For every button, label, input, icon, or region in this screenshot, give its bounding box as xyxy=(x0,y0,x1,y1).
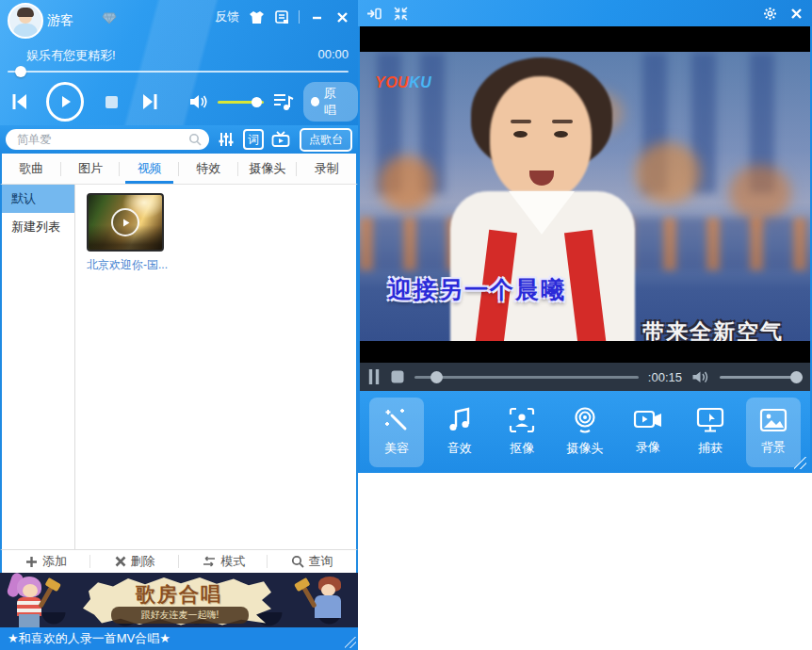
media-item[interactable]: 北京欢迎你-国... xyxy=(87,193,168,273)
status-bar: ★和喜欢的人录一首MV合唱★ xyxy=(0,627,358,650)
tool-chroma-key[interactable]: 抠像 xyxy=(495,398,549,467)
library-tabs: 歌曲 图片 视频 特效 摄像头 录制 xyxy=(0,154,358,185)
avatar[interactable] xyxy=(8,3,43,39)
query-button[interactable]: 查询 xyxy=(268,550,356,573)
add-button[interactable]: 添加 xyxy=(2,550,90,573)
video-time: :00:15 xyxy=(648,370,682,384)
mv-tv-icon[interactable] xyxy=(270,129,291,150)
dock-window-icon[interactable] xyxy=(365,5,382,22)
tasklist-icon[interactable] xyxy=(273,8,290,25)
video-resize-grip[interactable] xyxy=(794,457,806,469)
player-header: 游客 反馈 娱乐有您更精彩! 00: xyxy=(0,0,358,125)
music-note-icon xyxy=(447,407,472,433)
main-window: 游客 反馈 娱乐有您更精彩! 00: xyxy=(0,0,358,650)
previous-button[interactable] xyxy=(0,91,39,112)
skin-theme-icon[interactable] xyxy=(248,8,265,25)
play-button[interactable] xyxy=(46,82,84,122)
playlist-sidebar: 默认 新建列表 xyxy=(2,185,75,549)
ad-title: 歌房合唱 xyxy=(104,581,254,608)
video-seek-handle[interactable] xyxy=(430,371,443,383)
minimize-button[interactable] xyxy=(308,8,325,25)
ad-character-left xyxy=(2,573,58,627)
transport-controls: 原唱 xyxy=(0,81,358,122)
webcam-icon xyxy=(571,407,599,433)
tool-background[interactable]: 背景 xyxy=(746,398,801,467)
playlist-icon[interactable] xyxy=(264,91,302,112)
tab-record[interactable]: 录制 xyxy=(297,154,356,184)
song-progress-slider[interactable] xyxy=(8,68,349,75)
youku-logo: YOUKU xyxy=(375,74,431,91)
person-matte-icon xyxy=(509,407,535,433)
vip-diamond-icon xyxy=(102,12,117,24)
close-button[interactable] xyxy=(333,8,350,25)
toggle-dot xyxy=(311,97,319,106)
tab-effects[interactable]: 特效 xyxy=(179,154,238,184)
ad-character-right xyxy=(301,575,358,627)
tab-songs[interactable]: 歌曲 xyxy=(2,154,61,184)
song-station-button[interactable]: 点歌台 xyxy=(300,128,352,152)
footer-actions: 添加 删除 模式 查询 xyxy=(0,549,358,573)
search-box xyxy=(6,129,209,150)
video-control-bar: :00:15 xyxy=(360,363,810,391)
ad-banner[interactable]: 歌房合唱 跟好友连麦一起嗨! xyxy=(0,573,358,627)
video-thumbnail[interactable] xyxy=(87,193,164,252)
mixer-icon[interactable] xyxy=(216,129,236,150)
background-image-icon xyxy=(759,408,788,432)
search-icon[interactable] xyxy=(188,133,202,146)
username-label: 游客 xyxy=(47,12,73,29)
feedback-link[interactable]: 反馈 xyxy=(215,8,239,25)
effects-toolbar: 美容 音效 抠像 摄像头 xyxy=(360,391,810,473)
playlist-item-default[interactable]: 默认 xyxy=(2,185,74,213)
search-input[interactable] xyxy=(17,129,187,150)
karaoke-lyric-line2: 带来全新空气 xyxy=(642,317,784,341)
tab-videos[interactable]: 视频 xyxy=(120,154,179,184)
video-volume-handle[interactable] xyxy=(790,371,803,383)
status-text: ★和喜欢的人录一首MV合唱★ xyxy=(8,630,171,647)
tool-sound-effects[interactable]: 音效 xyxy=(432,398,487,467)
video-frame: YOUKU 迎接另一个晨曦 带来全新空气 xyxy=(360,52,810,341)
search-row: 词 点歌台 xyxy=(0,125,358,154)
tab-pictures[interactable]: 图片 xyxy=(61,154,121,184)
video-volume-icon[interactable] xyxy=(691,369,710,385)
pause-button[interactable] xyxy=(367,368,381,385)
tool-capture[interactable]: 捕获 xyxy=(683,398,738,467)
video-viewport[interactable]: YOUKU 迎接另一个晨曦 带来全新空气 xyxy=(360,26,810,363)
stop-video-button[interactable] xyxy=(390,369,405,384)
video-volume-slider[interactable] xyxy=(720,371,803,382)
media-grid: 北京欢迎你-国... xyxy=(76,185,356,549)
magic-wand-icon xyxy=(383,407,410,433)
play-overlay-icon xyxy=(111,208,139,236)
tool-webcam[interactable]: 摄像头 xyxy=(558,398,612,467)
original-vocal-toggle[interactable]: 原唱 xyxy=(303,82,359,122)
playlist-item-new[interactable]: 新建列表 xyxy=(2,213,74,241)
elapsed-time: 00:00 xyxy=(317,47,349,61)
lyrics-button[interactable]: 词 xyxy=(243,129,264,150)
close-video-button[interactable] xyxy=(788,5,804,22)
volume-slider[interactable] xyxy=(218,101,264,104)
screen-capture-icon xyxy=(696,407,724,433)
next-button[interactable] xyxy=(132,91,168,112)
video-camera-icon xyxy=(633,408,663,432)
tool-record-video[interactable]: 录像 xyxy=(621,398,675,467)
mode-button[interactable]: 模式 xyxy=(179,550,268,573)
volume-handle[interactable] xyxy=(252,97,262,107)
ad-subtitle: 跟好友连麦一起嗨! xyxy=(111,607,249,624)
video-seek-slider[interactable] xyxy=(414,371,639,382)
progress-handle[interactable] xyxy=(15,66,26,77)
settings-gear-icon[interactable] xyxy=(761,5,778,22)
tool-beauty[interactable]: 美容 xyxy=(369,398,424,467)
library-content: 默认 新建列表 北京欢迎你-国... xyxy=(0,185,358,549)
resize-grip[interactable] xyxy=(345,637,356,648)
tab-camera[interactable]: 摄像头 xyxy=(238,154,298,184)
video-titlebar xyxy=(358,0,812,26)
slogan-text: 娱乐有您更精彩! xyxy=(26,47,116,64)
stop-button[interactable] xyxy=(91,95,132,109)
media-item-title: 北京欢迎你-国... xyxy=(87,257,168,273)
delete-button[interactable]: 删除 xyxy=(90,550,179,573)
video-window: YOUKU 迎接另一个晨曦 带来全新空气 :00:15 xyxy=(358,0,812,473)
karaoke-lyric-line1: 迎接另一个晨曦 xyxy=(388,274,566,305)
app-root: 游客 反馈 娱乐有您更精彩! 00: xyxy=(0,0,812,650)
volume-icon[interactable] xyxy=(179,92,218,111)
shrink-icon[interactable] xyxy=(392,5,409,22)
original-vocal-label: 原唱 xyxy=(324,85,347,119)
